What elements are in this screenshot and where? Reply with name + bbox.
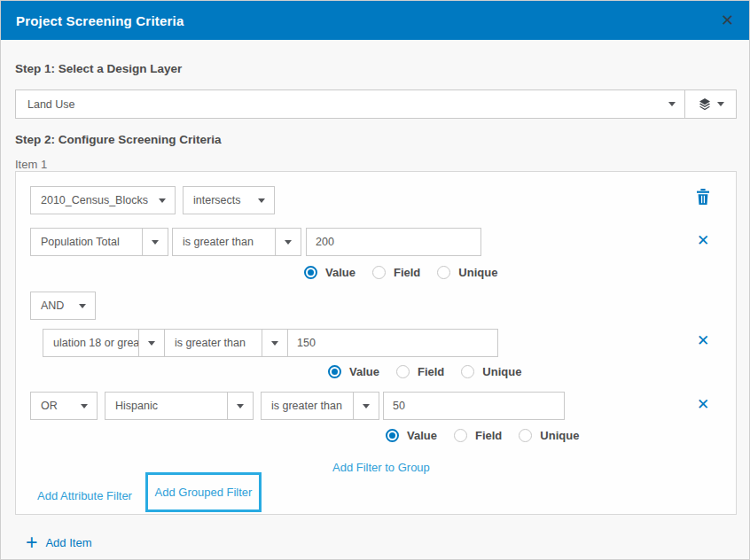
- chevron-down-icon: [363, 404, 370, 408]
- chevron-down-icon: [237, 404, 244, 408]
- radio-unique-label[interactable]: Unique: [540, 429, 579, 442]
- filter1-field-dropdown[interactable]: Population Total: [30, 228, 168, 256]
- divider: [262, 330, 262, 356]
- divider: [138, 330, 139, 356]
- chevron-down-icon: [258, 198, 265, 203]
- radio-field[interactable]: [454, 429, 467, 442]
- divider: [353, 393, 354, 419]
- filter1-value-input[interactable]: [306, 228, 481, 256]
- group-filter2-operator-dropdown[interactable]: is greater than: [261, 392, 379, 420]
- close-icon[interactable]: ✕: [721, 12, 734, 28]
- group-filter2-value-type-radios: Value Field Unique: [386, 429, 579, 442]
- design-layer-select: Land Use: [15, 89, 737, 119]
- design-layer-value: Land Use: [16, 98, 660, 111]
- radio-field[interactable]: [372, 266, 386, 279]
- radio-field-label[interactable]: Field: [394, 266, 420, 279]
- add-item-label: Add Item: [45, 536, 91, 549]
- radio-unique-label[interactable]: Unique: [482, 365, 521, 378]
- radio-value-label[interactable]: Value: [349, 365, 379, 378]
- radio-value-label[interactable]: Value: [407, 429, 437, 442]
- chevron-down-icon: [79, 304, 86, 308]
- radio-unique[interactable]: [519, 429, 532, 442]
- group-logic-value: AND: [31, 299, 70, 312]
- radio-unique[interactable]: [461, 365, 474, 378]
- radio-field[interactable]: [396, 365, 410, 378]
- remove-group-filter2-icon[interactable]: ✕: [697, 397, 709, 412]
- add-attribute-filter-link[interactable]: Add Attribute Filter: [37, 489, 132, 502]
- group-filter2-operator-value: is greater than: [262, 400, 353, 412]
- group-filter1-field-value: ulation 18 or greater: [43, 337, 138, 349]
- radio-unique-label[interactable]: Unique: [458, 266, 497, 279]
- item-layer-dropdown[interactable]: 2010_Census_Blocks: [30, 186, 176, 214]
- group-logic-dropdown[interactable]: AND: [30, 292, 96, 320]
- chevron-down-icon: [81, 404, 88, 408]
- item-layer-value: 2010_Census_Blocks: [31, 194, 150, 206]
- group-filter2-logic-value: OR: [31, 400, 72, 412]
- divider: [227, 393, 228, 419]
- group-filter1-field-dropdown[interactable]: ulation 18 or greater: [43, 329, 165, 357]
- radio-value-label[interactable]: Value: [325, 266, 355, 279]
- remove-filter1-icon[interactable]: ✕: [697, 233, 709, 248]
- chevron-down-icon: [271, 341, 278, 346]
- radio-value[interactable]: [328, 365, 341, 378]
- step1-label: Step 1: Select a Design Layer: [15, 62, 182, 75]
- radio-value[interactable]: [304, 266, 317, 279]
- filter1-operator-dropdown[interactable]: is greater than: [172, 228, 301, 256]
- add-filter-to-group-link[interactable]: Add Filter to Group: [332, 461, 430, 474]
- chevron-down-icon: [148, 341, 155, 346]
- radio-value[interactable]: [386, 429, 399, 442]
- radio-field-label[interactable]: Field: [418, 365, 444, 378]
- plus-icon: +: [26, 533, 37, 553]
- add-grouped-filter-link[interactable]: Add Grouped Filter: [155, 486, 253, 499]
- group-filter2-logic-dropdown[interactable]: OR: [30, 392, 98, 420]
- divider: [142, 229, 143, 255]
- radio-unique[interactable]: [437, 266, 450, 279]
- layer-options-button[interactable]: [684, 90, 736, 118]
- filter1-field-value: Population Total: [31, 236, 142, 248]
- group-filter1-operator-value: is greater than: [165, 337, 262, 349]
- filter1-operator-value: is greater than: [173, 236, 275, 248]
- trash-icon[interactable]: [696, 189, 710, 205]
- design-layer-dropdown[interactable]: Land Use: [16, 90, 684, 118]
- add-item-button[interactable]: + Add Item: [26, 533, 91, 553]
- remove-group-filter1-icon[interactable]: ✕: [697, 333, 709, 348]
- layers-icon: [698, 97, 712, 112]
- filter1-value-type-radios: Value Field Unique: [304, 266, 497, 279]
- chevron-down-icon: [152, 240, 159, 245]
- chevron-down-icon: [159, 198, 166, 203]
- item-label: Item 1: [15, 158, 47, 171]
- chevron-down-icon: [285, 240, 292, 245]
- radio-field-label[interactable]: Field: [475, 429, 502, 442]
- group-filter1-value-input[interactable]: [287, 329, 498, 357]
- spatial-operator-dropdown[interactable]: intersects: [183, 186, 275, 214]
- group-filter1-operator-dropdown[interactable]: is greater than: [164, 329, 288, 357]
- screening-item-panel: 2010_Census_Blocks intersects Population…: [15, 171, 737, 515]
- add-grouped-filter-highlight: Add Grouped Filter: [145, 472, 262, 512]
- group-filter2-field-dropdown[interactable]: Hispanic: [105, 392, 254, 420]
- step2-label: Step 2: Configure Screening Criteria: [15, 133, 222, 146]
- dialog-title: Project Screening Criteria: [16, 13, 184, 28]
- chevron-down-icon: [668, 102, 676, 106]
- dialog-header: Project Screening Criteria ✕: [1, 1, 749, 40]
- divider: [275, 229, 276, 255]
- chevron-down-icon: [717, 102, 724, 106]
- spatial-operator-value: intersects: [184, 194, 249, 206]
- group-filter1-value-type-radios: Value Field Unique: [328, 365, 521, 378]
- group-filter2-value-input[interactable]: [383, 392, 565, 420]
- project-screening-criteria-dialog: Project Screening Criteria ✕ Step 1: Sel…: [0, 0, 750, 560]
- group-filter2-field-value: Hispanic: [105, 400, 227, 412]
